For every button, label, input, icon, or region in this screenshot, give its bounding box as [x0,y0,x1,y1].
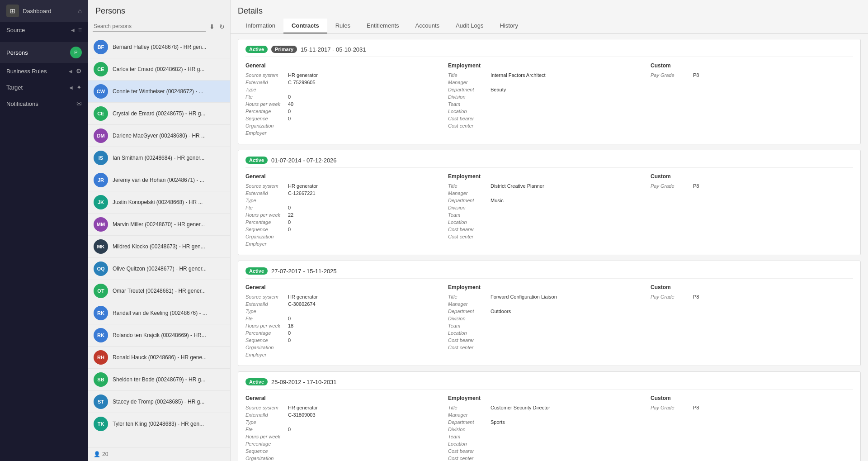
list-item[interactable]: CE Carlos ter Emard (00248682) - HR g... [88,58,230,81]
field-value: 0 [288,330,291,336]
list-item[interactable]: OQ Olive Quitzon (00248677) - HR gener..… [88,258,230,280]
field-label: Percentage [245,441,286,447]
field-label: Fte [245,427,286,432]
field-label: Cost bearer [448,448,489,454]
list-item[interactable]: RK Rolando ten Krajcik (00248669) - HR..… [88,324,230,347]
field-label: Division [448,316,489,321]
field-label: Location [448,219,489,225]
field-label: Department [448,309,489,314]
employment-section: Employment TitleDistrict Creative Planne… [448,173,651,248]
tab-accounts[interactable]: Accounts [407,19,448,33]
sidebar-item-source[interactable]: Source ◀ ≡ [0,22,88,38]
field-value: 0 [288,337,291,343]
list-item[interactable]: ST Stacey de Tromp (00248685) - HR g... [88,391,230,413]
sidebar-item-label: Notifications [6,100,73,107]
list-item[interactable]: TK Tyler ten Kling (00248683) - HR gen..… [88,413,230,435]
employment-title: Employment [448,395,647,401]
contract-date: 27-07-2017 - 15-11-2025 [271,268,337,275]
field-value: 0 [288,227,291,232]
list-item[interactable]: JR Jeremy van de Rohan (00248671) - ... [88,169,230,191]
sidebar-item-notifications[interactable]: Notifications ✉ [0,95,88,112]
field-label: Percentage [245,219,286,225]
field-label: Pay Grade [651,72,691,78]
tab-contracts[interactable]: Contracts [283,19,327,33]
field-label: Cost center [448,123,489,128]
sidebar-item-dashboard[interactable]: ⊞ Dashboard ⌂ [0,0,88,22]
tabs-bar: InformationContractsRulesEntitlementsAcc… [231,19,868,33]
avatar: RK [94,306,108,320]
contract-body: General Source systemHR generator Extern… [245,284,853,359]
tab-information[interactable]: Information [238,19,283,33]
tab-history[interactable]: History [491,19,526,33]
list-item[interactable]: MK Mildred Klocko (00248673) - HR gen... [88,236,230,258]
contract-body: General Source systemHR generator Extern… [245,173,853,248]
employment-section: Employment TitleCustomer Security Direct… [448,395,651,461]
list-item[interactable]: OT Omar Treutel (00248681) - HR gener... [88,280,230,302]
field-label: Location [448,441,489,447]
primary-badge: Primary [271,46,297,53]
sidebar-item-business-rules[interactable]: Business Rules ◀ ⚙ [0,63,88,79]
field-value: 40 [288,101,293,107]
field-value: HR generator [288,405,318,410]
list-item[interactable]: BF Bernard Flatley (00248678) - HR gen..… [88,36,230,58]
field-label: Sequence [245,337,286,343]
sidebar-item-target[interactable]: Target ◀ ✦ [0,79,88,95]
custom-title: Custom [651,395,849,401]
field-label: ExternalId [245,80,286,85]
field-value: P8 [693,294,699,299]
avatar: OQ [94,261,108,276]
field-label: Manager [448,301,489,307]
field-label: Title [448,72,489,78]
field-label: Organization [245,456,286,461]
refresh-button[interactable]: ↻ [218,22,226,31]
status-badge: Active [245,378,268,385]
field-label: Pay Grade [651,405,691,410]
field-label: Type [245,419,286,425]
general-title: General [245,62,444,69]
list-item[interactable]: DM Darlene MacGyver (00248680) - HR ... [88,125,230,147]
field-label: Source system [245,405,286,410]
field-label: Team [448,101,489,107]
download-button[interactable]: ⬇ [208,22,216,31]
field-label: Source system [245,294,286,299]
avatar: CW [94,84,108,99]
tab-audit-logs[interactable]: Audit Logs [448,19,491,33]
field-label: Cost bearer [448,116,489,121]
search-input[interactable] [93,21,206,32]
field-label: Team [448,323,489,328]
list-item[interactable]: RH Ronald Hauck (00248686) - HR gene... [88,347,230,369]
avatar: RH [94,350,108,365]
list-item[interactable]: RK Randall van de Keeling (00248676) - .… [88,302,230,324]
field-label: Sequence [245,116,286,121]
chevron-left-icon: ◀ [69,85,73,90]
field-value: Customer Security Director [491,405,550,410]
list-item[interactable]: SB Sheldon ter Bode (00248679) - HR g... [88,369,230,391]
contract-card: Active 01-07-2014 - 07-12-2026 General S… [238,150,861,255]
list-item[interactable]: CW Connie ter Wintheiser (00248672) - ..… [88,81,230,103]
tab-rules[interactable]: Rules [327,19,359,33]
field-label: Sequence [245,227,286,232]
field-label: Cost bearer [448,337,489,343]
contract-card: Active 25-09-2012 - 17-10-2031 General S… [238,371,861,461]
list-item[interactable]: IS Ian Smitham (00248684) - HR gener... [88,147,230,169]
list-item[interactable]: JK Justin Konopelski (00248668) - HR ... [88,191,230,214]
field-label: Fte [245,205,286,210]
tab-entitlements[interactable]: Entitlements [359,19,407,33]
field-value: 0 [288,94,291,100]
field-value: 0 [288,427,291,432]
employment-section: Employment TitleForward Configuration Li… [448,284,651,359]
field-label: Division [448,427,489,432]
general-section: General Source systemHR generator Extern… [245,62,448,138]
field-value: 0 [288,219,291,225]
avatar: RK [94,328,108,342]
custom-title: Custom [651,284,849,290]
contract-body: General Source systemHR generator Extern… [245,62,853,138]
sidebar-item-persons[interactable]: Persons P [0,42,88,63]
field-label: Source system [245,72,286,78]
contract-header: Active Primary 15-11-2017 - 05-10-2031 [245,46,853,57]
field-label: Organization [245,345,286,350]
list-item[interactable]: MM Marvin Miller (00248670) - HR gener..… [88,214,230,236]
field-label: Organization [245,234,286,239]
status-badge: Active [245,267,268,275]
list-item[interactable]: CE Crystal de Emard (00248675) - HR g... [88,103,230,125]
